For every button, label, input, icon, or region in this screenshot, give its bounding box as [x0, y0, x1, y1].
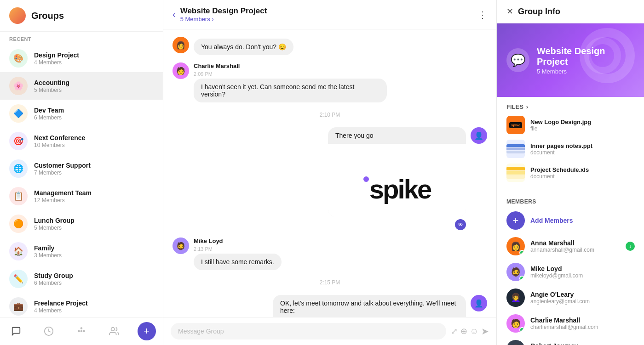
group-name: Design Project	[34, 51, 154, 59]
contacts-nav-icon[interactable]	[105, 322, 123, 340]
close-button[interactable]: ✕	[506, 6, 513, 17]
sidebar-group-item[interactable]: 🟠 Lunch Group 5 Members	[0, 210, 163, 238]
group-members: 3 Members	[34, 252, 154, 259]
members-section-label: MEMBERS	[497, 194, 644, 208]
sidebar-group-item[interactable]: 🏠 Family 3 Members	[0, 238, 163, 265]
sidebar-group-item[interactable]: 🌸 Accounting 5 Members	[0, 72, 163, 100]
sidebar-group-item[interactable]: 🔷 Dev Team 6 Members	[0, 100, 163, 127]
info-panel-title: Group Info	[518, 7, 560, 17]
member-item[interactable]: 👩‍🦱 Angie O'Leary angieoleary@gmail.com	[497, 285, 644, 311]
group-name: Next Conference	[34, 134, 154, 141]
member-avatar: 🧔	[506, 263, 525, 281]
expand-icon[interactable]: ⤢	[451, 326, 458, 336]
file-icon-ppt	[506, 140, 525, 158]
sidebar-group-item[interactable]: 📋 Management Team 12 Members	[0, 182, 163, 210]
group-avatar: 🔷	[9, 104, 28, 123]
group-members: 6 Members	[34, 114, 154, 121]
message-row: 🧔 Mike Loyd 2:13 PM I still have some re…	[172, 238, 487, 270]
file-icon-xls	[506, 164, 525, 182]
chat-nav-icon[interactable]	[7, 322, 25, 340]
online-indicator	[519, 327, 525, 333]
add-members-button[interactable]: + Add Members	[497, 208, 644, 233]
svg-point-1	[81, 328, 82, 329]
group-info: Lunch Group 5 Members	[34, 217, 154, 231]
clock-nav-icon[interactable]	[40, 322, 58, 340]
group-banner-icon: 💬	[506, 48, 529, 72]
message-read-receipt: 👁	[328, 219, 466, 230]
add-button[interactable]: +	[138, 322, 156, 340]
my-avatar: 👤	[471, 295, 487, 311]
group-info: Study Group 6 Members	[34, 272, 154, 286]
member-email: mikeloyd@gmail.com	[530, 272, 635, 279]
member-email: angieoleary@gmail.com	[530, 298, 635, 305]
input-icons: ⤢ ⊕ ☺ ➤	[451, 326, 489, 337]
emoji-icon[interactable]: ☺	[470, 327, 478, 336]
chat-title: Website Design Project	[180, 6, 473, 16]
member-item[interactable]: 🧔 Mike Loyd mikeloyd@gmail.com	[497, 259, 644, 285]
message-time: 2:13 PM	[194, 246, 282, 252]
group-members: 10 Members	[34, 142, 154, 148]
file-item[interactable]: spike New Logo Design.jpg file	[506, 116, 635, 134]
group-name: Dev Team	[34, 107, 154, 114]
download-badge: ↓	[626, 242, 635, 251]
group-info: Management Team 12 Members	[34, 189, 154, 204]
group-members: 4 Members	[34, 307, 154, 314]
svg-point-5	[111, 328, 114, 331]
sidebar-group-item[interactable]: 🌐 Customer Support 7 Members	[0, 155, 163, 182]
files-chevron: ›	[526, 103, 528, 110]
sidebar-group-item[interactable]: 🎯 Next Conference 10 Members	[0, 127, 163, 155]
chat-header: ‹ Website Design Project 5 Members › ⋮	[163, 0, 496, 29]
groups-list: 🎨 Design Project 4 Members 🌸 Accounting …	[0, 45, 163, 317]
group-members: 5 Members	[34, 225, 154, 231]
member-name: Charlie Marshall	[530, 317, 635, 324]
group-avatar: 🌸	[9, 77, 28, 95]
dots-nav-icon[interactable]	[72, 322, 91, 340]
message-row-me: 👤 OK, let's meet tomorrow and talk about…	[172, 295, 487, 317]
group-name: Family	[34, 244, 154, 252]
member-email: charliemarshall@gmail.com	[530, 324, 635, 330]
chat-subtitle[interactable]: 5 Members ›	[180, 16, 473, 23]
attach-icon[interactable]: ⊕	[460, 326, 467, 336]
add-icon: +	[506, 211, 525, 230]
message-avatar: 🧔	[172, 238, 189, 254]
member-name: Angie O'Leary	[530, 291, 635, 298]
file-item[interactable]: Inner pages notes.ppt document	[506, 140, 635, 158]
file-item[interactable]: Project Schedule.xls document	[506, 164, 635, 182]
my-avatar: 👤	[471, 127, 487, 144]
group-name: Management Team	[34, 189, 154, 197]
spike-logo-text: spike	[363, 157, 431, 204]
online-indicator	[519, 250, 525, 255]
group-banner-name: Website Design Project	[537, 46, 635, 67]
group-name: Lunch Group	[34, 217, 154, 224]
files-section-header[interactable]: FILES ›	[506, 103, 635, 110]
group-avatar: 🎯	[9, 132, 28, 150]
group-avatar: 🌐	[9, 159, 28, 178]
chat-input-bar: Message Group ⤢ ⊕ ☺ ➤	[163, 317, 496, 345]
sidebar-title: Groups	[31, 11, 64, 21]
group-avatar: 🎨	[9, 49, 28, 68]
group-name: Accounting	[34, 79, 154, 86]
sidebar-group-item[interactable]: 💼 Freelance Project 4 Members	[0, 293, 163, 317]
file-name: New Logo Design.jpg	[530, 119, 635, 125]
member-info: Mike Loyd mikeloyd@gmail.com	[530, 265, 635, 279]
more-options-button[interactable]: ⋮	[478, 9, 487, 20]
chat-header-info: Website Design Project 5 Members ›	[180, 6, 473, 23]
member-item[interactable]: 🧑 Charlie Marshall charliemarshall@gmail…	[497, 311, 644, 336]
send-icon[interactable]: ➤	[481, 326, 489, 337]
file-type: file	[530, 125, 635, 132]
back-button[interactable]: ‹	[172, 9, 176, 20]
sidebar-group-item[interactable]: ✏️ Study Group 6 Members	[0, 265, 163, 293]
svg-point-2	[81, 331, 82, 332]
group-banner-text: Website Design Project 5 Members	[537, 46, 635, 75]
sidebar-group-item[interactable]: 🎨 Design Project 4 Members	[0, 45, 163, 72]
group-info: Customer Support 7 Members	[34, 162, 154, 176]
member-name: Anna Marshall	[530, 239, 620, 247]
member-item[interactable]: 👩 Anna Marshall annamarshall@gmail.com ↓	[497, 233, 644, 259]
message-bubble: OK, let's meet tomorrow and talk about e…	[273, 295, 466, 317]
message-row: 👩 You always do. Don't you? 😊	[172, 37, 487, 55]
message-with-image: There you go spike	[328, 127, 466, 217]
message-bubble: You always do. Don't you? 😊	[194, 37, 293, 55]
member-item[interactable]: 👨 Robert Journey reobertjourney@gmail.co…	[497, 336, 644, 345]
message-input[interactable]: Message Group	[171, 323, 446, 339]
group-members: 12 Members	[34, 197, 154, 204]
